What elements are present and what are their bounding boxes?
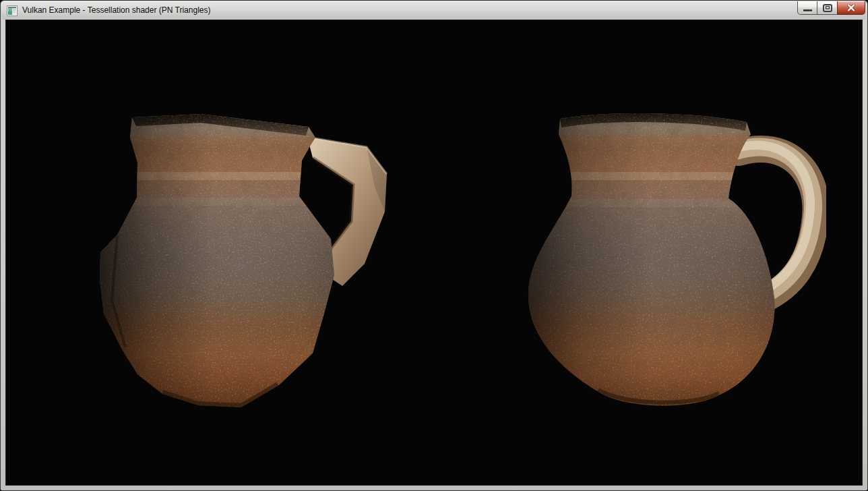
maximize-button[interactable] [817,1,838,15]
minimize-icon [803,9,812,11]
vulkan-example-window: Vulkan Example - Tessellation shader (PN… [0,0,868,491]
titlebar[interactable]: Vulkan Example - Tessellation shader (PN… [1,1,867,20]
jug-tessellated [523,102,826,419]
render-viewport[interactable] [5,20,863,486]
jug-low-poly [97,105,400,415]
window-controls [797,1,865,15]
close-button[interactable] [837,1,865,15]
window-title: Vulkan Example - Tessellation shader (PN… [22,1,210,20]
minimize-button[interactable] [797,1,817,15]
app-icon [7,5,18,16]
close-icon [847,4,855,11]
maximize-icon [823,4,832,12]
